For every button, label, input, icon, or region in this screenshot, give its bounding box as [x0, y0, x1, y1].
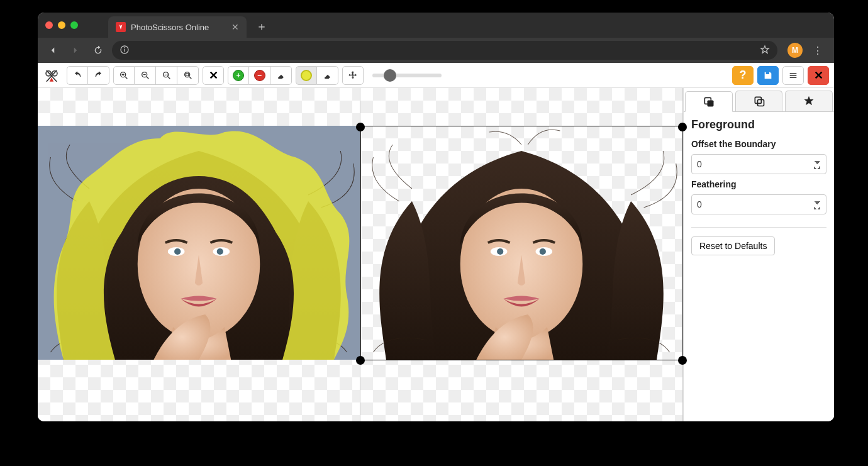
- tab-foreground[interactable]: [685, 91, 733, 112]
- portrait-placeholder-icon: [38, 126, 360, 360]
- zoom-in-button[interactable]: [113, 66, 135, 85]
- feather-select[interactable]: 0: [691, 194, 826, 214]
- help-button[interactable]: ?: [732, 66, 754, 85]
- back-button[interactable]: [44, 42, 62, 59]
- hair-marker-button[interactable]: [296, 66, 317, 85]
- app-close-button[interactable]: ✕: [808, 66, 829, 85]
- sidebar-title: Foreground: [691, 118, 826, 131]
- svg-point-20: [540, 248, 546, 255]
- site-info-icon[interactable]: [120, 45, 130, 57]
- svg-rect-22: [707, 100, 713, 106]
- svg-rect-10: [186, 73, 188, 75]
- star-icon: [803, 95, 815, 108]
- save-button[interactable]: [757, 66, 779, 85]
- url-input[interactable]: [112, 41, 777, 60]
- svg-point-19: [497, 248, 503, 255]
- offset-select[interactable]: 0: [691, 154, 826, 174]
- divider: [691, 227, 826, 228]
- reset-defaults-button[interactable]: Reset to Defaults: [691, 236, 775, 255]
- browser-tab[interactable]: PhotoScissors Online ✕: [108, 16, 247, 38]
- clear-markers-button[interactable]: ✕: [203, 66, 224, 85]
- new-tab-button[interactable]: ＋: [253, 18, 270, 35]
- tab-effects[interactable]: [785, 91, 833, 111]
- minus-icon: −: [254, 70, 265, 81]
- app-logo-icon: [43, 67, 60, 84]
- eraser-button[interactable]: [270, 66, 292, 85]
- source-image: [38, 126, 360, 360]
- redo-button[interactable]: [88, 66, 109, 85]
- zoom-out-button[interactable]: [135, 66, 156, 85]
- crop-handle-bottom-left[interactable]: [356, 356, 365, 365]
- main-area: Foreground Offset the Boundary 0 Feather…: [38, 88, 834, 421]
- properties-sidebar: Foreground Offset the Boundary 0 Feather…: [683, 88, 834, 421]
- svg-rect-1: [124, 48, 125, 52]
- forward-button[interactable]: [67, 42, 84, 59]
- tab-favicon-icon: [116, 22, 126, 32]
- tab-title: PhotoScissors Online: [131, 23, 209, 32]
- svg-point-14: [174, 248, 181, 255]
- offset-label: Offset the Boundary: [691, 139, 826, 149]
- foreground-marker-button[interactable]: +: [228, 66, 249, 85]
- crop-handle-bottom-right[interactable]: [678, 356, 687, 365]
- bookmark-star-icon[interactable]: [760, 45, 770, 57]
- result-panel[interactable]: [360, 88, 683, 421]
- tab-close-button[interactable]: ✕: [231, 22, 239, 32]
- source-panel[interactable]: [38, 88, 360, 421]
- app-toolbar: 1:1 ✕ + −: [38, 63, 834, 88]
- svg-point-15: [217, 248, 223, 255]
- window-titlebar: PhotoScissors Online ✕ ＋: [38, 13, 834, 38]
- layers-outline-icon: [753, 95, 765, 108]
- hair-eraser-button[interactable]: [317, 66, 338, 85]
- feather-label: Feathering: [691, 179, 826, 189]
- move-tool-button[interactable]: [342, 66, 364, 85]
- svg-point-9: [184, 72, 189, 77]
- background-marker-button[interactable]: −: [249, 66, 270, 85]
- brush-size-slider[interactable]: [372, 74, 442, 77]
- reload-button[interactable]: [89, 42, 107, 59]
- browser-menu-button[interactable]: ⋮: [808, 45, 828, 57]
- zoom-fit-button[interactable]: [177, 66, 199, 85]
- slider-knob[interactable]: [384, 69, 396, 82]
- tab-background[interactable]: [735, 91, 783, 111]
- yellow-circle-icon: [301, 70, 312, 81]
- window-fullscreen-button[interactable]: [70, 21, 78, 29]
- window-close-button[interactable]: [45, 21, 53, 29]
- undo-button[interactable]: [67, 66, 88, 85]
- svg-text:1:1: 1:1: [164, 73, 169, 76]
- browser-window: PhotoScissors Online ✕ ＋ M ⋮: [38, 13, 834, 421]
- avatar-letter: M: [792, 46, 798, 55]
- layers-filled-icon: [703, 96, 715, 108]
- svg-rect-2: [124, 47, 125, 48]
- profile-avatar[interactable]: M: [787, 43, 803, 58]
- portrait-placeholder-icon: [360, 126, 682, 360]
- browser-toolbar: M ⋮: [38, 38, 834, 63]
- menu-button[interactable]: [782, 66, 804, 85]
- crop-handle-top-right[interactable]: [678, 123, 687, 131]
- crop-handle-top-left[interactable]: [356, 123, 365, 131]
- zoom-actual-button[interactable]: 1:1: [156, 66, 177, 85]
- result-image: [360, 126, 682, 360]
- plus-icon: +: [233, 70, 244, 81]
- sidebar-tabs: [684, 88, 834, 112]
- window-minimize-button[interactable]: [58, 21, 65, 29]
